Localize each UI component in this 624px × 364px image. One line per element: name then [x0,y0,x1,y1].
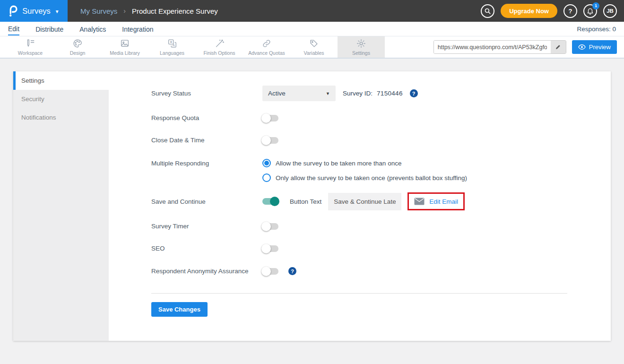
seo-toggle[interactable] [262,245,278,252]
edit-url-button[interactable] [551,41,566,53]
survey-url-input[interactable] [434,41,551,53]
avatar[interactable]: JB [603,4,617,18]
multiple-responding-label: Multiple Responding [151,159,262,167]
svg-text:A: A [173,43,175,47]
radio-option-once[interactable]: Only allow the survey to be taken once (… [262,173,467,182]
pencil-icon [555,44,561,50]
questionpro-logo-icon [8,5,18,17]
product-switcher[interactable]: Surveys ▼ [0,0,68,22]
radio-selected-icon [262,159,271,167]
response-quota-toggle[interactable] [262,115,278,121]
anonymity-label: Respondent Anonymity Assurance [151,268,262,275]
header-actions: Upgrade Now ? 1 JB [481,0,617,22]
page-title: Product Experience Survey [132,7,218,15]
survey-id-label: Survey ID: [343,90,373,97]
survey-nav: Edit Distribute Analytics Integration Re… [0,22,624,36]
settings-icon [355,38,367,49]
survey-timer-toggle[interactable] [262,223,278,230]
save-continue-label: Save and Continue [151,198,262,205]
toggle-knob [261,244,271,253]
edit-email-highlight: Edit Email [407,192,465,210]
survey-id-value: 7150446 [377,90,403,97]
top-header: Surveys ▼ My Surveys › Product Experienc… [0,0,624,22]
button-text-input[interactable] [328,193,401,210]
survey-url-box [433,40,566,54]
response-quota-row: Response Quota [151,114,611,121]
toolbar-item-design[interactable]: Design [54,36,101,58]
settings-card: Settings Security Notifications Survey S… [13,71,611,341]
notifications-button[interactable]: 1 [583,4,597,18]
envelope-icon [414,198,425,205]
brand-label: Surveys [22,7,51,16]
settings-content: Survey Status Active ▼ Survey ID: 715044… [109,71,611,341]
toolbar-item-languages[interactable]: ★ A Languages [148,36,196,58]
toolbar-item-workspace[interactable]: Workspace [7,36,54,58]
survey-status-label: Survey Status [151,90,262,97]
bell-icon [587,7,594,15]
tab-analytics[interactable]: Analytics [79,23,106,35]
finish-options-icon [214,38,225,49]
toolbar-item-variables[interactable]: Variables [290,36,338,58]
preview-button[interactable]: Preview [572,40,617,54]
breadcrumb-my-surveys[interactable]: My Surveys [80,7,117,15]
search-button[interactable] [481,4,494,18]
multiple-responding-row: Multiple Responding Allow the survey to … [151,159,611,182]
toggle-knob [261,136,271,145]
radio-unselected-icon [262,173,271,182]
close-date-label: Close Date & Time [151,137,262,144]
media-library-icon [119,38,130,49]
sidebar-item-notifications[interactable]: Notifications [13,108,109,127]
toolbar-item-settings[interactable]: Settings [338,36,385,58]
save-continue-row: Save and Continue Button Text Edit Email [151,192,611,210]
toggle-knob [261,267,271,276]
toolbar-item-media-library[interactable]: Media Library [101,36,148,58]
sidebar-item-security[interactable]: Security [13,90,109,108]
toolbar-right: Preview [433,36,617,58]
toggle-knob [270,197,279,206]
toolbar-item-finish-options[interactable]: Finish Options [196,36,243,58]
help-button[interactable]: ? [563,4,577,18]
response-quota-label: Response Quota [151,114,262,121]
save-changes-button[interactable]: Save Changes [151,302,208,317]
tab-distribute[interactable]: Distribute [35,23,63,35]
anonymity-toggle[interactable] [262,268,278,275]
responses-count: Responses: 0 [577,26,616,33]
main-area: Settings Security Notifications Survey S… [0,59,624,341]
survey-timer-label: Survey Timer [151,223,262,230]
survey-id-help-icon[interactable]: ? [410,89,418,97]
caret-down-icon: ▼ [326,91,330,96]
upgrade-now-button[interactable]: Upgrade Now [501,4,557,18]
workspace-icon [25,38,36,49]
anonymity-row: Respondent Anonymity Assurance ? [151,267,611,275]
avatar-initials: JB [607,8,614,14]
survey-status-select[interactable]: Active ▼ [262,86,336,101]
toolbar-items: Workspace Design Media Library [7,36,385,58]
save-continue-toggle[interactable] [262,198,278,205]
sidebar-item-settings[interactable]: Settings [13,71,109,90]
seo-row: SEO [151,245,611,252]
variables-icon [308,38,320,49]
survey-status-value: Active [268,90,286,97]
advance-quotas-icon [261,38,272,49]
multiple-responding-options: Allow the survey to be taken more than o… [262,159,467,182]
breadcrumb: My Surveys › Product Experience Survey [80,0,218,22]
toggle-knob [261,113,271,123]
settings-sidebar: Settings Security Notifications [13,71,109,341]
survey-status-row: Survey Status Active ▼ Survey ID: 715044… [151,86,611,101]
close-date-toggle[interactable] [262,137,278,144]
chevron-down-icon: ▼ [55,9,60,14]
close-date-row: Close Date & Time [151,137,611,144]
edit-toolbar: Workspace Design Media Library [0,36,624,59]
tab-edit[interactable]: Edit [8,23,19,35]
toolbar-item-advance-quotas[interactable]: Advance Quotas [243,36,290,58]
search-icon [484,8,491,15]
radio-option-multiple[interactable]: Allow the survey to be taken more than o… [262,159,467,167]
anonymity-help-icon[interactable]: ? [288,267,296,275]
tab-integration[interactable]: Integration [122,23,153,35]
toggle-knob [261,222,271,231]
button-text-label: Button Text [290,198,321,205]
notification-badge: 1 [592,2,599,9]
edit-email-link[interactable]: Edit Email [429,198,458,205]
question-mark-icon: ? [569,8,572,15]
seo-label: SEO [151,245,262,252]
